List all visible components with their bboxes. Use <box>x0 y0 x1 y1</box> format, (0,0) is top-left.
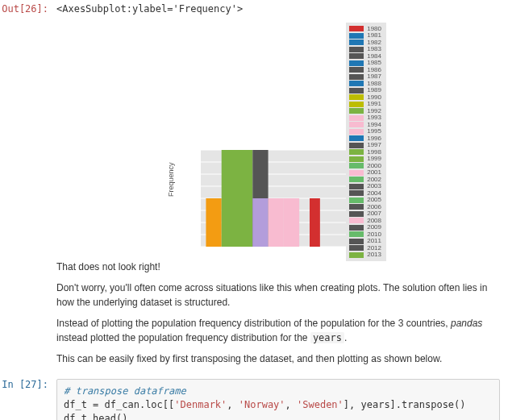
legend-item: 1987 <box>349 73 381 80</box>
svg-rect-15 <box>284 198 299 247</box>
svg-rect-16 <box>310 198 320 247</box>
output-prompt-26: Out[26]: <box>0 0 53 18</box>
legend-item: 2011 <box>349 238 381 244</box>
svg-rect-10 <box>222 150 237 247</box>
prose-p3: Instead of plotting the population frequ… <box>56 316 500 345</box>
legend-item: 1999 <box>349 156 381 162</box>
svg-rect-14 <box>269 198 284 247</box>
svg-rect-9 <box>206 198 221 247</box>
axes-repr: <AxesSubplot:ylabel='Frequency'> <box>56 3 500 15</box>
legend-item: 1995 <box>349 128 381 135</box>
code-inline-years: years <box>310 332 344 343</box>
plot-area: 0.000.250.500.751.001.251.501.752.00 501… <box>201 150 346 247</box>
code-cell-27[interactable]: # transpose dataframe df_t = df_can.loc[… <box>56 379 500 420</box>
legend-item: 2007 <box>349 210 381 217</box>
legend-item: 1989 <box>349 87 381 94</box>
legend-item: 2001 <box>349 169 381 176</box>
legend-item: 2003 <box>349 183 381 189</box>
legend-item: 1993 <box>349 114 381 121</box>
legend-item: 2005 <box>349 197 381 203</box>
y-axis-label: Frequency <box>167 162 175 197</box>
prose-p4: This can be easily fixed by first transp… <box>56 351 500 366</box>
legend-item: 2013 <box>349 252 381 258</box>
legend-item: 1997 <box>349 142 381 148</box>
legend-item: 1981 <box>349 32 381 39</box>
legend-item: 1985 <box>349 60 381 66</box>
svg-rect-13 <box>252 198 268 247</box>
prose-p2: Don't worry, you'll often come across si… <box>56 281 500 310</box>
legend-item: 2009 <box>349 224 381 231</box>
legend-item: 1991 <box>349 101 381 107</box>
histogram-chart: 1980198119821983198419851986198719881989… <box>165 19 391 253</box>
input-prompt-27: In [27]: <box>0 376 53 393</box>
prose-p1: That does not look right! <box>56 260 500 274</box>
legend-item: 1983 <box>349 46 381 52</box>
svg-rect-11 <box>237 150 252 247</box>
chart-legend: 1980198119821983198419851986198719881989… <box>346 23 386 261</box>
